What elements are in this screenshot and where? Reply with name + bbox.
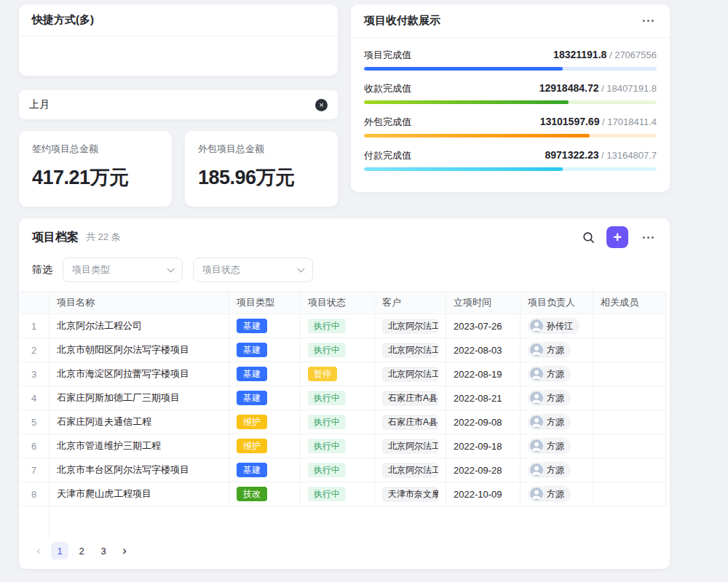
row-index: 4: [19, 386, 50, 410]
project-archive-card: 项目档案 共 22 条 + 筛选 项目类型 项目状态 项目名称 项目类型 项目状…: [19, 218, 670, 569]
members-cell: [593, 314, 666, 338]
record-count: 共 22 条: [86, 231, 121, 244]
avatar: [530, 439, 543, 453]
owner-pill: 方源: [528, 462, 571, 478]
empty-row: [19, 506, 666, 538]
owner-pill: 孙传江: [528, 318, 579, 334]
stat-value: 417.21万元: [32, 164, 159, 191]
project-name-cell[interactable]: 天津市爬山虎工程项目: [50, 482, 229, 506]
project-name-cell[interactable]: 北京市管道维护三期工程: [50, 434, 229, 458]
payment-card-title: 项目收付款展示: [364, 14, 440, 28]
project-status-badge: 暂停: [308, 367, 337, 381]
col-owner: 项目负责人: [521, 292, 593, 314]
progress-bar: [364, 67, 657, 71]
progress-row: 项目完成值 18321191.827067556: [364, 48, 657, 71]
project-name-cell[interactable]: 北京市朝阳区阿尔法写字楼项目: [50, 338, 229, 362]
project-status-badge: 执行中: [308, 439, 346, 453]
project-date-cell: 2022-09-08: [446, 410, 521, 434]
table-row[interactable]: 7北京市丰台区阿尔法写字楼项目基建执行中北京阿尔法工程公司2022-09-28方…: [19, 458, 666, 482]
table-row[interactable]: 8天津市爬山虎工程项目技改执行中天津市奈文摩尔2022-10-09方源: [19, 482, 666, 506]
table-row[interactable]: 2北京市朝阳区阿尔法写字楼项目基建执行中北京阿尔法工程公司2022-08-03方…: [19, 338, 666, 362]
prev-page-icon[interactable]: ‹: [31, 542, 47, 559]
search-icon[interactable]: [582, 231, 595, 244]
avatar: [530, 391, 543, 404]
customer-pill: 石家庄市A县: [382, 391, 438, 406]
chevron-down-icon: [298, 265, 305, 272]
progress-value: 12918484.72: [539, 82, 599, 94]
project-type-tag: 基建: [237, 463, 267, 477]
members-cell: [593, 434, 666, 458]
col-customer: 客户: [375, 292, 446, 314]
time-filter[interactable]: 上月 ×: [19, 90, 338, 119]
project-status-badge: 执行中: [308, 343, 346, 357]
progress-label: 外包完成值: [364, 116, 411, 129]
table-row[interactable]: 1北京阿尔法工程公司基建执行中北京阿尔法工程公司2023-07-26孙传江: [19, 314, 666, 338]
project-status-badge: 执行中: [308, 415, 346, 429]
project-status-select[interactable]: 项目状态: [193, 258, 313, 282]
row-index: 2: [19, 338, 50, 362]
owner-name: 方源: [547, 392, 564, 404]
table-row[interactable]: 3北京市海淀区阿拉蕾写字楼项目基建暂停北京阿尔法工程公司2022-08-19方源: [19, 362, 666, 386]
progress-bar: [364, 100, 657, 104]
owner-name: 方源: [547, 416, 564, 428]
project-name-cell[interactable]: 北京市海淀区阿拉蕾写字楼项目: [50, 362, 229, 386]
project-date-cell: 2022-09-18: [446, 434, 521, 458]
customer-pill: 北京阿尔法工程公司: [382, 319, 438, 334]
avatar: [530, 367, 543, 380]
page-button[interactable]: 2: [73, 542, 90, 559]
customer-pill: 天津市奈文摩尔: [382, 487, 438, 502]
project-date-cell: 2022-10-09: [446, 482, 521, 506]
table-row[interactable]: 5石家庄阿道夫通信工程维护执行中石家庄市A县2022-09-08方源: [19, 410, 666, 434]
project-date-cell: 2022-08-21: [446, 386, 521, 410]
next-page-icon[interactable]: ›: [116, 542, 132, 559]
project-date-cell: 2022-09-28: [446, 458, 521, 482]
progress-total: 13164807.7: [598, 150, 657, 161]
progress-row: 外包完成值 13101597.6917018411.4: [364, 115, 657, 137]
members-cell: [593, 410, 666, 434]
owner-pill: 方源: [528, 438, 571, 454]
col-members: 相关成员: [593, 292, 666, 314]
avatar: [530, 463, 543, 477]
project-date-cell: 2022-08-19: [446, 362, 521, 386]
row-index: 8: [19, 482, 50, 506]
project-status-badge: 执行中: [308, 487, 346, 501]
owner-name: 方源: [547, 440, 564, 453]
project-type-tag: 基建: [237, 391, 267, 405]
page-button[interactable]: 1: [51, 542, 68, 559]
add-record-button[interactable]: +: [606, 226, 628, 248]
shortcuts-title: 快捷方式(多): [32, 13, 94, 27]
page-button[interactable]: 3: [95, 542, 112, 559]
members-cell: [593, 386, 666, 410]
members-cell: [593, 338, 666, 362]
progress-bar: [364, 134, 657, 137]
project-table: 项目名称 项目类型 项目状态 客户 立项时间 项目负责人 相关成员 1北京阿尔法…: [19, 291, 666, 538]
project-name-cell[interactable]: 北京阿尔法工程公司: [50, 314, 229, 338]
pagination: ‹ 1 2 3 ›: [31, 542, 132, 559]
project-type-select[interactable]: 项目类型: [63, 258, 183, 282]
project-type-tag: 基建: [237, 319, 267, 333]
customer-pill: 北京阿尔法工程公司: [382, 367, 438, 382]
project-type-tag: 基建: [237, 367, 267, 381]
project-name-cell[interactable]: 石家庄阿道夫通信工程: [50, 410, 229, 434]
table-row[interactable]: 4石家庄阿斯加德工厂三期项目基建执行中石家庄市A县2022-08-21方源: [19, 386, 666, 410]
project-status-badge: 执行中: [308, 463, 346, 477]
shortcuts-card: 快捷方式(多): [19, 4, 338, 76]
project-type-tag: 技改: [237, 487, 267, 501]
customer-pill: 北京阿尔法工程公司: [382, 463, 438, 478]
project-name-cell[interactable]: 北京市丰台区阿尔法写字楼项目: [50, 458, 229, 482]
more-menu-icon[interactable]: [640, 234, 657, 242]
progress-row: 付款完成值 8971322.2313164807.7: [364, 148, 657, 171]
project-type-tag: 基建: [237, 343, 267, 357]
row-index: 1: [19, 314, 50, 338]
time-filter-label: 上月: [29, 98, 50, 111]
clear-filter-icon[interactable]: ×: [315, 99, 328, 111]
project-type-tag: 维护: [237, 415, 267, 429]
avatar: [530, 415, 543, 428]
customer-pill: 北京阿尔法工程公司: [382, 439, 438, 454]
project-status-badge: 执行中: [308, 319, 346, 333]
table-header-row: 项目名称 项目类型 项目状态 客户 立项时间 项目负责人 相关成员: [19, 292, 666, 314]
more-menu-icon[interactable]: [640, 17, 657, 25]
owner-name: 方源: [547, 488, 564, 501]
table-row[interactable]: 6北京市管道维护三期工程维护执行中北京阿尔法工程公司2022-09-18方源: [19, 434, 666, 458]
project-name-cell[interactable]: 石家庄阿斯加德工厂三期项目: [50, 386, 229, 410]
